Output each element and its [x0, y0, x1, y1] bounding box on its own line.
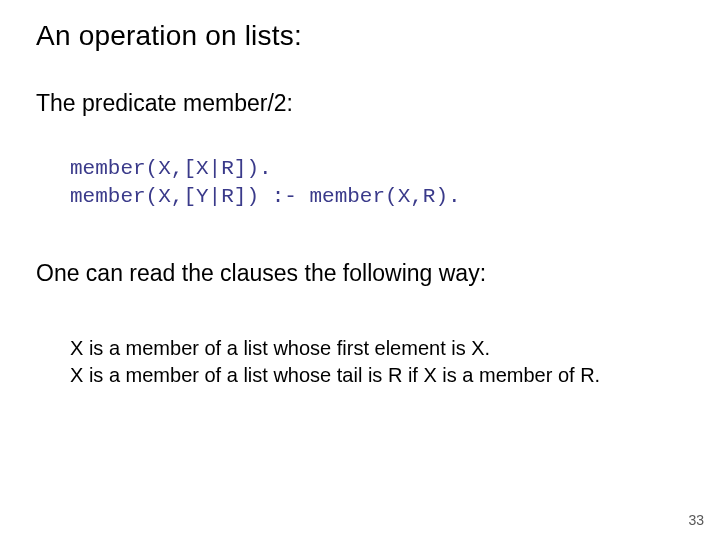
explanation-block: X is a member of a list whose first elem…	[70, 335, 600, 389]
page-number: 33	[688, 512, 704, 528]
code-block: member(X,[X|R]). member(X,[Y|R]) :- memb…	[70, 155, 461, 212]
slide-title: An operation on lists:	[36, 20, 302, 52]
reading-intro: One can read the clauses the following w…	[36, 260, 486, 287]
code-line-2: member(X,[Y|R]) :- member(X,R).	[70, 185, 461, 208]
explanation-line-1: X is a member of a list whose first elem…	[70, 335, 600, 362]
explanation-line-2: X is a member of a list whose tail is R …	[70, 362, 600, 389]
predicate-intro: The predicate member/2:	[36, 90, 293, 117]
slide: An operation on lists: The predicate mem…	[0, 0, 720, 540]
code-line-1: member(X,[X|R]).	[70, 157, 272, 180]
